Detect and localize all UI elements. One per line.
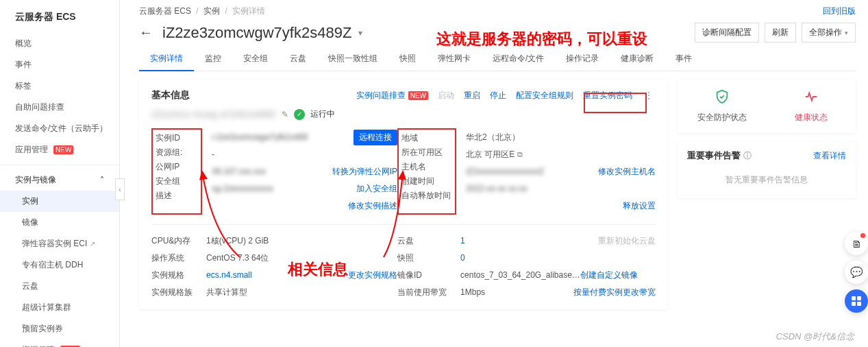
- sidebar-item-image[interactable]: 镜像: [0, 212, 119, 233]
- sidebar: 云服务器 ECS 概览 事件 标签 自助问题排查 发送命令/文件（云助手） 应用…: [0, 0, 120, 347]
- tab-ops-log[interactable]: 操作记录: [555, 47, 610, 71]
- page-title: iZ2ze3zomcwgw7yfk2s489Z: [162, 24, 351, 42]
- crumb-instance[interactable]: 实例: [203, 6, 220, 16]
- tab-events[interactable]: 事件: [665, 47, 703, 71]
- shield-icon: [715, 89, 730, 108]
- sidebar-item-events[interactable]: 事件: [0, 54, 119, 75]
- sidebar-item-ddh[interactable]: 专有宿主机 DDH: [0, 254, 119, 276]
- float-notification-button[interactable]: 🗎: [845, 232, 868, 255]
- security-status-card[interactable]: 安全防护状态: [678, 80, 767, 133]
- sidebar-item-tags[interactable]: 标签: [0, 75, 119, 97]
- sidebar-collapse-button[interactable]: ‹: [115, 178, 125, 200]
- help-icon[interactable]: ⓘ: [743, 150, 752, 162]
- events-card: 重要事件告警ⓘ 查看详情 暂无重要事件告警信息: [678, 141, 856, 198]
- crumb-ecs[interactable]: 云服务器 ECS: [139, 6, 191, 16]
- back-arrow-icon[interactable]: ←: [139, 25, 156, 40]
- modify-hostname-link[interactable]: 修改实例主机名: [598, 166, 656, 178]
- tab-snapshot-group[interactable]: 快照一致性组: [317, 47, 388, 71]
- value-image-id: centos_7_03_64_20G_alibase_201...: [460, 270, 580, 280]
- svg-rect-0: [852, 296, 856, 300]
- refresh-button[interactable]: 刷新: [765, 23, 796, 43]
- add-sg-link[interactable]: 加入安全组: [356, 183, 397, 195]
- tab-monitor[interactable]: 监控: [194, 47, 232, 71]
- status-cards: 安全防护状态 健康状态: [678, 80, 856, 133]
- sidebar-item-sendcmd[interactable]: 发送命令/文件（云助手）: [0, 118, 119, 139]
- edit-icon[interactable]: ✎: [282, 110, 288, 119]
- convert-eip-link[interactable]: 转换为弹性公网IP: [332, 166, 397, 178]
- label-instance-id: 实例ID: [154, 131, 199, 145]
- tab-eni[interactable]: 弹性网卡: [427, 47, 482, 71]
- remote-connect-button[interactable]: 远程连接: [354, 130, 397, 145]
- change-bandwidth-link[interactable]: 按量付费实例更改带宽: [573, 287, 656, 298]
- new-badge: NEW: [408, 91, 428, 100]
- float-apps-button[interactable]: [845, 289, 868, 313]
- sidebar-item-appmgmt[interactable]: 应用管理 NEW: [0, 139, 119, 160]
- all-operations-button[interactable]: 全部操作▾: [802, 23, 856, 43]
- sidebar-item-overview[interactable]: 概览: [0, 33, 119, 54]
- label-region: 地域: [400, 131, 454, 145]
- label-description: 描述: [154, 189, 199, 203]
- events-title: 重要事件告警ⓘ: [687, 149, 752, 162]
- instance-diag-link[interactable]: 实例问题排查NEW: [356, 90, 428, 101]
- tab-snapshot[interactable]: 快照: [388, 47, 427, 71]
- edit-desc-link[interactable]: 修改实例描述: [348, 200, 397, 212]
- value-cpu-mem: 1核(vCPU) 2 GiB: [206, 235, 397, 247]
- watermark: CSDN @时代&信念: [776, 331, 854, 343]
- value-instance-type[interactable]: ecs.n4.small: [206, 270, 252, 280]
- label-hostname: 主机名: [400, 160, 454, 174]
- change-type-link[interactable]: 更改实例规格: [348, 270, 397, 281]
- more-actions-icon[interactable]: ⋮: [642, 91, 656, 100]
- chevron-down-icon[interactable]: ▾: [358, 28, 362, 38]
- config-sg-action[interactable]: 配置安全组规则: [516, 90, 573, 101]
- health-status-card[interactable]: 健康状态: [767, 80, 856, 133]
- sidebar-item-hpc[interactable]: 超级计算集群: [0, 297, 119, 318]
- value-bandwidth: 1Mbps: [460, 287, 573, 297]
- status-text: 运行中: [310, 108, 335, 120]
- divider: [0, 165, 119, 165]
- create-image-link[interactable]: 创建自定义镜像: [580, 270, 638, 281]
- reset-password-action[interactable]: 重置实例密码: [583, 90, 632, 101]
- annotation-box-left-labels: 实例ID 资源组: 公网IP 安全组 描述: [151, 128, 202, 215]
- card-title: 基本信息: [151, 89, 190, 101]
- info-column-left: 实例ID 资源组: 公网IP 安全组 描述 i-2ze3zomcwgw7yfk2…: [151, 128, 397, 215]
- tab-instance-detail[interactable]: 实例详情: [139, 47, 194, 71]
- tab-remote-cmd[interactable]: 远程命令/文件: [482, 47, 555, 71]
- tab-disk[interactable]: 云盘: [279, 47, 317, 71]
- sidebar-item-eci[interactable]: 弹性容器实例 ECI ↗: [0, 233, 119, 254]
- instance-name-row: iZ2ze3zo mcwg w7yfk2s489Z ✎ ✓ 运行中: [151, 108, 656, 120]
- annotation-box-right-labels: 地域 所在可用区 主机名 创建时间 自动释放时间: [397, 128, 456, 215]
- release-config-link[interactable]: 释放设置: [623, 200, 656, 212]
- sidebar-item-selfdiag[interactable]: 自助问题排查: [0, 97, 119, 118]
- restart-action[interactable]: 重启: [464, 90, 480, 101]
- value-region: 华北2（北京）: [466, 132, 656, 143]
- label-security-group: 安全组: [154, 174, 199, 189]
- title-row: ← iZ2ze3zomcwgw7yfk2s489Z ▾ 诊断间隔配置 刷新 全部…: [139, 23, 856, 43]
- stop-action[interactable]: 停止: [490, 90, 506, 101]
- sidebar-item-instance[interactable]: 实例: [0, 191, 119, 212]
- sidebar-item-guarantee[interactable]: 资源保障 NEW: [0, 339, 119, 347]
- diag-config-button[interactable]: 诊断间隔配置: [695, 23, 759, 43]
- events-detail-link[interactable]: 查看详情: [813, 150, 846, 162]
- sidebar-item-label: 弹性容器实例 ECI: [22, 238, 87, 250]
- breadcrumb-row: 云服务器 ECS / 实例 / 实例详情 回到旧版: [139, 5, 856, 17]
- sidebar-group-instances[interactable]: 实例与镜像 ˄: [0, 169, 119, 191]
- copy-icon[interactable]: ⧉: [517, 150, 523, 158]
- sidebar-item-reserved[interactable]: 预留实例券: [0, 318, 119, 339]
- value-instance-id: i-2ze3zomcwgw7yfk2s489: [212, 132, 354, 142]
- value-disk[interactable]: 1: [460, 236, 465, 246]
- label-zone: 所在可用区: [400, 145, 454, 160]
- float-chat-button[interactable]: 💬: [845, 261, 868, 284]
- divider: [151, 224, 656, 225]
- tab-security-group[interactable]: 安全组: [232, 47, 279, 71]
- start-action: 启动: [438, 90, 454, 101]
- back-to-old-link[interactable]: 回到旧版: [823, 5, 856, 17]
- value-snap[interactable]: 0: [460, 253, 465, 263]
- label-public-ip: 公网IP: [154, 160, 199, 174]
- value-created: 2022-xx-xx xx:xx: [466, 184, 656, 193]
- reinit-disk-link[interactable]: 重新初始化云盘: [598, 235, 656, 247]
- sidebar-item-disk[interactable]: 云盘: [0, 276, 119, 297]
- value-public-ip: 39.107.xxx.xxx: [212, 167, 332, 176]
- tab-health[interactable]: 健康诊断: [610, 47, 665, 71]
- label-created: 创建时间: [400, 174, 454, 189]
- value-os: CentOS 7.3 64位: [206, 252, 397, 264]
